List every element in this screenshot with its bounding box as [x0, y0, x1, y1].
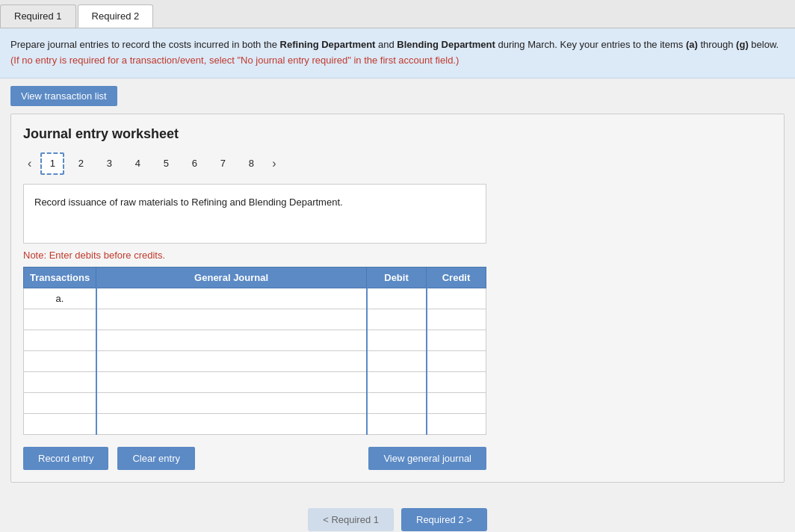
table-row	[24, 371, 486, 392]
debit-cell-4[interactable]	[367, 350, 427, 371]
bottom-nav: < Required 1 Required 2 >	[0, 493, 795, 532]
gj-input-7[interactable]	[97, 414, 366, 434]
nav-item-8[interactable]: 8	[239, 152, 263, 175]
gj-cell-1[interactable]	[96, 288, 367, 309]
gj-input-3[interactable]	[97, 330, 366, 350]
nav-item-4[interactable]: 4	[126, 152, 149, 175]
gj-cell-4[interactable]	[96, 350, 367, 371]
credit-input-2[interactable]	[427, 309, 486, 330]
tab-required2[interactable]: Required 2	[78, 4, 154, 28]
table-row: a.	[24, 288, 486, 309]
instructions-main-text: Prepare journal entries to record the co…	[10, 39, 779, 66]
debit-input-4[interactable]	[368, 351, 426, 371]
gj-cell-7[interactable]	[96, 413, 367, 434]
note-text: Note: Enter debits before credits.	[23, 250, 772, 261]
nav-prev-arrow[interactable]: ‹	[23, 155, 36, 172]
debit-input-7[interactable]	[368, 414, 426, 434]
gj-input-2[interactable]	[97, 309, 366, 330]
gj-input-1[interactable]	[97, 288, 366, 309]
table-row	[24, 392, 486, 413]
nav-item-7[interactable]: 7	[211, 152, 235, 175]
clear-entry-button[interactable]: Clear entry	[117, 447, 195, 470]
header-transactions: Transactions	[24, 267, 96, 288]
view-transaction-button[interactable]: View transaction list	[10, 86, 117, 106]
credit-cell-2[interactable]	[427, 309, 486, 330]
view-general-journal-button[interactable]: View general journal	[368, 447, 486, 470]
nav-row: ‹ 1 2 3 4 5 6 7 8 ›	[23, 152, 772, 175]
debit-cell-5[interactable]	[367, 371, 427, 392]
worksheet-container: Journal entry worksheet ‹ 1 2 3 4 5 6 7 …	[10, 114, 785, 483]
worksheet-title: Journal entry worksheet	[23, 126, 772, 142]
transaction-label-5	[24, 371, 96, 392]
header-credit: Credit	[427, 267, 486, 288]
credit-input-4[interactable]	[427, 351, 486, 371]
credit-input-7[interactable]	[427, 414, 486, 434]
debit-input-6[interactable]	[368, 393, 426, 413]
credit-input-3[interactable]	[427, 330, 486, 350]
header-debit: Debit	[367, 267, 427, 288]
debit-input-3[interactable]	[368, 330, 426, 350]
gj-cell-6[interactable]	[96, 392, 367, 413]
credit-cell-1[interactable]	[427, 288, 486, 309]
gj-input-6[interactable]	[97, 393, 366, 413]
bottom-nav-prev-button[interactable]: < Required 1	[308, 508, 394, 531]
header-general-journal: General Journal	[96, 267, 367, 288]
tabs-container: Required 1 Required 2	[0, 0, 795, 28]
table-row	[24, 413, 486, 434]
transaction-label-7	[24, 413, 96, 434]
table-row	[24, 330, 486, 350]
credit-cell-6[interactable]	[427, 392, 486, 413]
description-box: Record issuance of raw materials to Refi…	[23, 184, 486, 244]
journal-table: Transactions General Journal Debit Credi…	[23, 267, 486, 435]
debit-input-5[interactable]	[368, 372, 426, 392]
transaction-label-2	[24, 309, 96, 330]
transaction-label-6	[24, 392, 96, 413]
gj-input-5[interactable]	[97, 372, 366, 392]
credit-cell-4[interactable]	[427, 350, 486, 371]
credit-cell-7[interactable]	[427, 413, 486, 434]
nav-item-3[interactable]: 3	[97, 152, 121, 175]
debit-cell-7[interactable]	[367, 413, 427, 434]
transaction-label-a: a.	[24, 288, 96, 309]
bottom-nav-next-button[interactable]: Required 2 >	[401, 508, 487, 531]
debit-cell-2[interactable]	[367, 309, 427, 330]
debit-input-1[interactable]	[368, 288, 426, 309]
instructions-red-text: (If no entry is required for a transacti…	[10, 55, 459, 66]
credit-cell-5[interactable]	[427, 371, 486, 392]
credit-input-5[interactable]	[427, 372, 486, 392]
credit-input-6[interactable]	[427, 393, 486, 413]
nav-item-1[interactable]: 1	[40, 152, 64, 175]
transaction-label-3	[24, 330, 96, 350]
nav-next-arrow[interactable]: ›	[267, 155, 280, 172]
credit-cell-3[interactable]	[427, 330, 486, 350]
gj-cell-2[interactable]	[96, 309, 367, 330]
action-buttons: Record entry Clear entry View general jo…	[23, 447, 486, 470]
instructions-panel: Prepare journal entries to record the co…	[0, 28, 795, 78]
nav-item-5[interactable]: 5	[154, 152, 178, 175]
gj-cell-5[interactable]	[96, 371, 367, 392]
gj-cell-3[interactable]	[96, 330, 367, 350]
debit-cell-1[interactable]	[367, 288, 427, 309]
nav-item-2[interactable]: 2	[69, 152, 93, 175]
table-row	[24, 309, 486, 330]
debit-input-2[interactable]	[368, 309, 426, 330]
transaction-label-4	[24, 350, 96, 371]
nav-item-6[interactable]: 6	[182, 152, 206, 175]
debit-cell-3[interactable]	[367, 330, 427, 350]
tab-required1[interactable]: Required 1	[0, 4, 76, 28]
debit-cell-6[interactable]	[367, 392, 427, 413]
record-entry-button[interactable]: Record entry	[23, 447, 108, 470]
gj-input-4[interactable]	[97, 351, 366, 371]
credit-input-1[interactable]	[427, 288, 486, 309]
table-row	[24, 350, 486, 371]
